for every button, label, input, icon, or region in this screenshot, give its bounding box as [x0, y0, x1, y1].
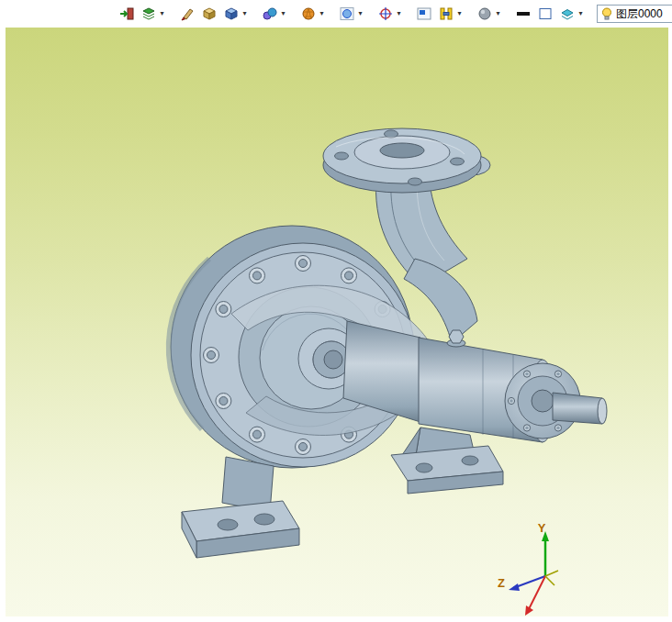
axis-z-label: Z: [498, 576, 505, 590]
axis-y-label: Y: [538, 521, 546, 535]
black-bar-icon: [515, 6, 532, 21]
sketch-brush-button[interactable]: [176, 2, 198, 26]
layer-name: 图层0000: [616, 6, 672, 22]
grid-plane-button[interactable]: [435, 2, 466, 26]
corner-box-icon: [416, 6, 432, 21]
solid-gold-cube-button[interactable]: [198, 2, 220, 26]
dropdown-arrow-icon[interactable]: [318, 10, 326, 17]
main-toolbar: 图层0000: [0, 0, 672, 28]
axis-x-label: X: [512, 615, 521, 616]
dropdown-arrow-icon[interactable]: [158, 10, 166, 17]
view-plane-button[interactable]: [413, 2, 435, 26]
white-square-icon: [537, 6, 554, 21]
dropdown-arrow-icon[interactable]: [279, 10, 287, 17]
sphere-gray-icon: [476, 6, 493, 21]
exit-icon: [118, 6, 135, 21]
locate-target-button[interactable]: [375, 2, 406, 26]
line-width-button[interactable]: [512, 2, 534, 26]
grid-yellow-icon: [438, 6, 454, 21]
layer-selector[interactable]: 图层0000: [597, 5, 672, 23]
polyhedron-orange-icon: [300, 6, 317, 21]
exit-part-button[interactable]: [116, 2, 138, 26]
blank-sheet-button[interactable]: [534, 2, 556, 26]
feature-cube-button[interactable]: [220, 2, 252, 26]
lightbulb-icon: [600, 6, 613, 21]
dropdown-arrow-icon[interactable]: [455, 10, 464, 17]
cube-gold-icon: [201, 6, 218, 21]
pump-model[interactable]: [169, 128, 607, 558]
render-sphere-button[interactable]: [474, 2, 505, 26]
target-icon: [377, 6, 394, 21]
layers-green-icon: [140, 6, 157, 21]
dropdown-arrow-icon[interactable]: [577, 10, 585, 17]
circle-blue-icon: [339, 6, 355, 21]
layers-cyan-button[interactable]: [556, 2, 588, 26]
axis-triad: Y Z X: [498, 521, 558, 616]
sphere-pair-button[interactable]: [259, 2, 290, 26]
dropdown-arrow-icon[interactable]: [494, 10, 502, 17]
spheres-icon: [262, 6, 278, 21]
circle-entity-button[interactable]: [336, 2, 367, 26]
polyhedron-button[interactable]: [297, 2, 329, 26]
viewport-canvas[interactable]: Y Z X: [6, 28, 668, 616]
3d-viewport[interactable]: Y Z X: [6, 28, 668, 616]
dropdown-arrow-icon[interactable]: [395, 10, 403, 17]
cube-blue-icon: [223, 6, 240, 21]
brush-icon: [179, 6, 196, 21]
dropdown-arrow-icon[interactable]: [241, 10, 249, 17]
layers-cyan-icon: [559, 6, 576, 21]
dropdown-arrow-icon[interactable]: [356, 10, 364, 17]
display-mode-button[interactable]: [138, 2, 169, 26]
